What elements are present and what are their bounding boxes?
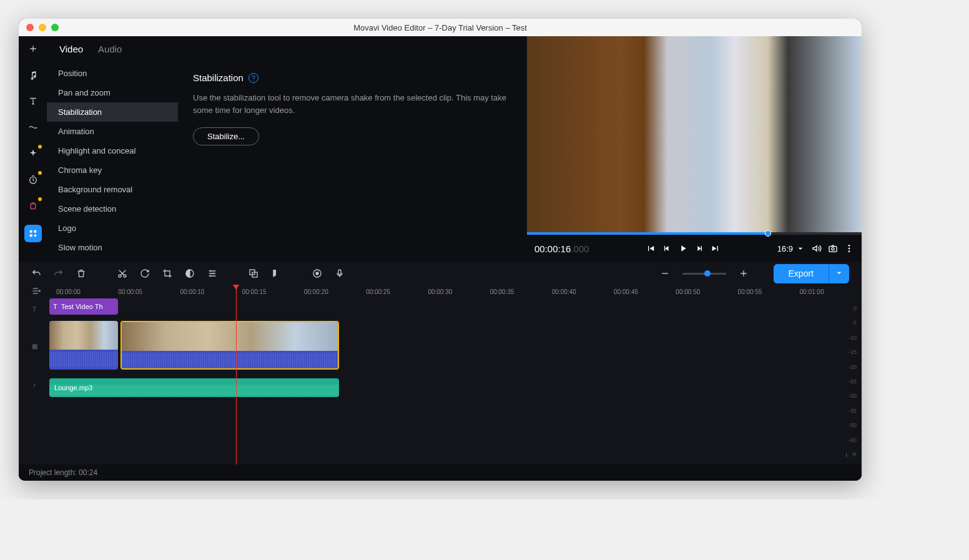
sidebar-item-logo[interactable]: Logo bbox=[47, 219, 178, 238]
audio-clip[interactable]: Lounge.mp3 bbox=[49, 378, 339, 397]
project-length: Project length: 00:24 bbox=[29, 468, 97, 477]
stabilize-button[interactable]: Stabilize... bbox=[193, 127, 259, 145]
svg-point-6 bbox=[848, 245, 850, 247]
svg-point-15 bbox=[316, 272, 318, 275]
transitions-icon[interactable] bbox=[26, 120, 41, 135]
text-clip-icon: T bbox=[53, 303, 57, 310]
preview-panel: 00:00:16.000 16:9 bbox=[527, 36, 862, 262]
svg-point-9 bbox=[119, 275, 121, 277]
svg-point-5 bbox=[832, 248, 834, 250]
maximize-window-button[interactable] bbox=[51, 24, 59, 31]
svg-rect-16 bbox=[338, 270, 341, 275]
left-rail bbox=[19, 36, 47, 262]
text-icon[interactable] bbox=[26, 94, 41, 109]
skip-start-icon[interactable] bbox=[646, 243, 656, 253]
app-window: Movavi Video Editor – 7-Day Trial Versio… bbox=[19, 19, 862, 481]
preview-video[interactable] bbox=[527, 36, 862, 232]
sidebar-item-chroma-key[interactable]: Chroma key bbox=[47, 160, 178, 180]
zoom-out-icon[interactable] bbox=[660, 268, 670, 278]
sidebar-item-animation[interactable]: Animation bbox=[47, 122, 178, 141]
title-clip[interactable]: T Test Video Th bbox=[49, 298, 118, 315]
titlebar: Movavi Video Editor – 7-Day Trial Versio… bbox=[19, 19, 862, 36]
shopping-icon[interactable] bbox=[26, 199, 41, 214]
color-adjust-icon[interactable] bbox=[185, 268, 195, 278]
overlay-icon[interactable] bbox=[248, 268, 258, 278]
svg-point-10 bbox=[124, 275, 126, 277]
aspect-ratio-dropdown[interactable]: 16:9 bbox=[777, 243, 805, 253]
effects-icon[interactable] bbox=[26, 146, 41, 161]
tab-audio[interactable]: Audio bbox=[98, 44, 122, 54]
close-window-button[interactable] bbox=[26, 24, 34, 31]
sidebar-item-stabilization[interactable]: Stabilization bbox=[47, 102, 178, 122]
add-track-icon[interactable] bbox=[31, 286, 41, 297]
content-title: Stabilization bbox=[193, 72, 243, 83]
trash-icon[interactable] bbox=[76, 268, 86, 278]
zoom-in-icon[interactable] bbox=[739, 268, 749, 278]
more-tools-icon[interactable] bbox=[24, 225, 42, 242]
timecode: 00:00:16.000 bbox=[534, 243, 589, 254]
add-media-icon[interactable] bbox=[26, 41, 41, 56]
timer-icon[interactable] bbox=[26, 172, 41, 187]
svg-point-8 bbox=[848, 250, 850, 252]
window-controls bbox=[26, 24, 59, 31]
timeline-ruler[interactable]: 00:00:00 00:00:05 00:00:10 00:00:15 00:0… bbox=[19, 285, 862, 298]
zoom-slider[interactable] bbox=[682, 273, 726, 275]
record-video-icon[interactable] bbox=[312, 268, 322, 278]
tab-video[interactable]: Video bbox=[59, 44, 83, 54]
svg-rect-3 bbox=[29, 234, 32, 237]
status-bar: Project length: 00:24 bbox=[19, 464, 862, 481]
minimize-window-button[interactable] bbox=[39, 24, 46, 31]
sidebar-item-pan-zoom[interactable]: Pan and zoom bbox=[47, 83, 178, 102]
undo-icon[interactable] bbox=[31, 268, 41, 278]
sidebar-item-background-removal[interactable]: Background removal bbox=[47, 180, 178, 199]
svg-rect-1 bbox=[29, 230, 32, 233]
step-back-icon[interactable] bbox=[662, 243, 672, 253]
crop-icon[interactable] bbox=[162, 268, 172, 278]
tabs-row: Video Audio bbox=[47, 36, 527, 61]
timeline-toolbar: Export bbox=[19, 262, 862, 285]
svg-rect-4 bbox=[829, 247, 837, 252]
audio-track-label[interactable]: ♪ bbox=[19, 372, 50, 397]
sidebar-item-highlight-conceal[interactable]: Highlight and conceal bbox=[47, 141, 178, 160]
skip-end-icon[interactable] bbox=[711, 243, 721, 253]
video-clip-1[interactable] bbox=[49, 321, 118, 370]
content-description: Use the stabilization tool to remove cam… bbox=[193, 92, 512, 116]
play-icon[interactable] bbox=[678, 243, 688, 253]
video-track-label[interactable]: ▦ bbox=[19, 320, 50, 372]
playhead[interactable] bbox=[236, 285, 237, 464]
marker-icon[interactable] bbox=[271, 268, 281, 278]
volume-icon[interactable] bbox=[812, 243, 822, 253]
help-icon[interactable]: ? bbox=[248, 73, 258, 83]
cut-icon[interactable] bbox=[117, 268, 127, 278]
clip-properties-icon[interactable] bbox=[207, 268, 217, 278]
rotate-icon[interactable] bbox=[140, 268, 150, 278]
preview-scrubber[interactable] bbox=[527, 232, 862, 235]
title-track-label[interactable]: T bbox=[19, 298, 50, 320]
sidebar-item-position[interactable]: Position bbox=[47, 64, 178, 83]
content-panel: Stabilization ? Use the stabilization to… bbox=[178, 61, 527, 262]
sidebar-item-scene-detection[interactable]: Scene detection bbox=[47, 199, 178, 219]
svg-rect-2 bbox=[34, 230, 36, 233]
app-body: Video Audio Position Pan and zoom Stabil… bbox=[19, 36, 862, 481]
step-forward-icon[interactable] bbox=[694, 243, 704, 253]
window-title: Movavi Video Editor – 7-Day Trial Versio… bbox=[353, 23, 527, 32]
video-clip-2-selected[interactable] bbox=[121, 321, 339, 370]
music-icon[interactable] bbox=[26, 67, 41, 82]
export-dropdown-button[interactable] bbox=[829, 264, 849, 283]
svg-point-7 bbox=[848, 248, 850, 250]
export-button[interactable]: Export bbox=[774, 264, 829, 283]
timeline[interactable]: T ▦ ♪ T Test Video Th Lounge.mp3 bbox=[19, 298, 862, 464]
redo-icon[interactable] bbox=[54, 268, 64, 278]
audio-meter: 0-5-10 -15-20-25 -30-35-50 -60 LR bbox=[825, 298, 857, 464]
more-menu-icon[interactable] bbox=[844, 243, 854, 253]
sidebar-item-slow-motion[interactable]: Slow motion bbox=[47, 238, 178, 257]
snapshot-icon[interactable] bbox=[828, 243, 838, 253]
tools-sidebar: Position Pan and zoom Stabilization Anim… bbox=[47, 61, 178, 262]
record-audio-icon[interactable] bbox=[335, 268, 345, 278]
